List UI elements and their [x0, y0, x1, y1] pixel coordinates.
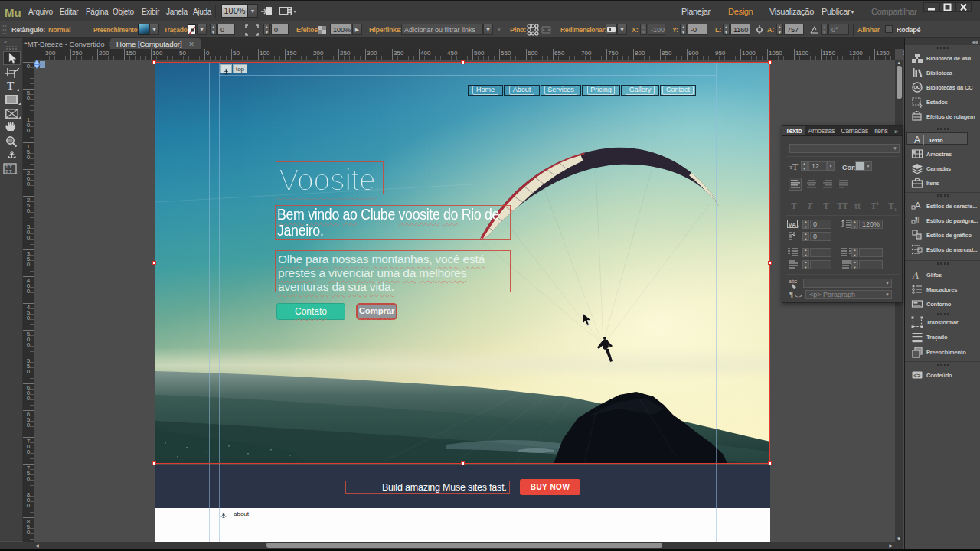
svg-text:A: A	[912, 269, 919, 281]
svg-text:¶: ¶	[915, 215, 920, 224]
svg-text:VA: VA	[789, 221, 797, 228]
svg-text:<>: <>	[913, 372, 921, 379]
svg-text:¶: ¶	[789, 291, 793, 299]
svg-text:A: A	[914, 135, 920, 145]
svg-text:A: A	[915, 201, 921, 210]
svg-text:T: T	[792, 161, 799, 171]
svg-text:abc: abc	[789, 279, 798, 284]
svg-text:<>: <>	[795, 292, 802, 299]
svg-text:T T: T T	[5, 169, 12, 174]
